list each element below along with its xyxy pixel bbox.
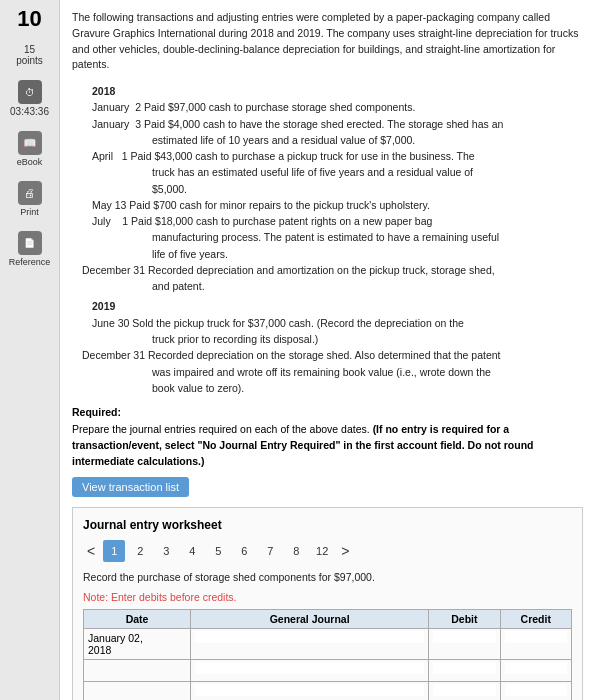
page-num-5[interactable]: 5 bbox=[207, 540, 229, 562]
page-num-6[interactable]: 6 bbox=[233, 540, 255, 562]
transaction-jan3: January 3 Paid $4,000 cash to have the s… bbox=[92, 116, 583, 149]
trans-date: April 1 bbox=[92, 150, 131, 162]
transaction-dec31-2019: December 31 Recorded depreciation on the… bbox=[82, 347, 583, 396]
col-header-debit: Debit bbox=[429, 609, 500, 628]
prev-page-arrow[interactable]: < bbox=[83, 543, 99, 559]
main-content: The following transactions and adjusting… bbox=[60, 0, 595, 700]
trans-text: Recorded depreciation and amortization o… bbox=[148, 264, 495, 276]
trans-date: January 2 bbox=[92, 101, 144, 113]
col-header-date: Date bbox=[84, 609, 191, 628]
page-num-7[interactable]: 7 bbox=[259, 540, 281, 562]
required-section: Required: Prepare the journal entries re… bbox=[72, 406, 583, 469]
entry-description: Record the purchase of storage shed comp… bbox=[83, 570, 572, 585]
credit-input-1[interactable] bbox=[505, 631, 567, 643]
year-2019-label: 2019 bbox=[92, 298, 583, 314]
sidebar: 10 15 points ⏱ 03:43:36 📖 eBook 🖨 Print … bbox=[0, 0, 60, 700]
chapter-number: 10 bbox=[17, 8, 41, 30]
debit-cell-1[interactable] bbox=[429, 628, 500, 659]
print-label: Print bbox=[20, 207, 39, 217]
ebook-icon[interactable]: 📖 bbox=[18, 131, 42, 155]
page-num-8[interactable]: 8 bbox=[285, 540, 307, 562]
journal-cell-3[interactable] bbox=[191, 681, 429, 700]
debit-input-2[interactable] bbox=[433, 662, 495, 674]
trans-text: Paid $97,000 cash to purchase storage sh… bbox=[144, 101, 415, 113]
page-num-1[interactable]: 1 bbox=[103, 540, 125, 562]
trans-date: December 31 bbox=[82, 349, 148, 361]
trans-text: Sold the pickup truck for $37,000 cash. … bbox=[132, 317, 464, 329]
debit-cell-2[interactable] bbox=[429, 659, 500, 681]
col-header-journal: General Journal bbox=[191, 609, 429, 628]
date-cell-2 bbox=[84, 659, 191, 681]
credit-input-2[interactable] bbox=[505, 662, 567, 674]
trans-date: December 31 bbox=[82, 264, 148, 276]
view-transaction-button[interactable]: View transaction list bbox=[72, 477, 189, 497]
required-text: Prepare the journal entries required on … bbox=[72, 422, 583, 469]
journal-cell-2[interactable] bbox=[191, 659, 429, 681]
sidebar-item-ebook[interactable]: 📖 eBook bbox=[17, 131, 43, 167]
reference-icon[interactable]: 📄 bbox=[18, 231, 42, 255]
transaction-jan2: January 2 Paid $97,000 cash to purchase … bbox=[92, 99, 583, 115]
required-label: Required: bbox=[72, 406, 583, 418]
ebook-label: eBook bbox=[17, 157, 43, 167]
page-num-3[interactable]: 3 bbox=[155, 540, 177, 562]
year-2018-label: 2018 bbox=[92, 83, 583, 99]
credit-cell-3[interactable] bbox=[500, 681, 571, 700]
table-row: January 02,2018 bbox=[84, 628, 572, 659]
credit-input-3[interactable] bbox=[505, 684, 567, 696]
trans-text: Paid $18,000 cash to purchase patent rig… bbox=[131, 215, 432, 227]
journal-cell-1[interactable] bbox=[191, 628, 429, 659]
intro-paragraph: The following transactions and adjusting… bbox=[72, 10, 583, 73]
date-cell-3 bbox=[84, 681, 191, 700]
next-page-arrow[interactable]: > bbox=[337, 543, 353, 559]
transaction-apr1: April 1 Paid $43,000 cash to purchase a … bbox=[92, 148, 583, 197]
sidebar-item-print[interactable]: 🖨 Print bbox=[18, 181, 42, 217]
debit-cell-3[interactable] bbox=[429, 681, 500, 700]
transactions-section: 2018 January 2 Paid $97,000 cash to purc… bbox=[72, 83, 583, 396]
table-row bbox=[84, 681, 572, 700]
note-text: Note: Enter debits before credits. bbox=[83, 591, 572, 603]
sidebar-item-reference[interactable]: 📄 Reference bbox=[9, 231, 51, 267]
transaction-dec31-2018: December 31 Recorded depreciation and am… bbox=[82, 262, 583, 295]
col-header-credit: Credit bbox=[500, 609, 571, 628]
journal-table: Date General Journal Debit Credit Januar… bbox=[83, 609, 572, 700]
transaction-jun30: June 30 Sold the pickup truck for $37,00… bbox=[92, 315, 583, 348]
trans-date: June 30 bbox=[92, 317, 132, 329]
trans-date: May 13 bbox=[92, 199, 129, 211]
timer-value: 03:43:36 bbox=[10, 106, 49, 117]
transaction-jul1: July 1 Paid $18,000 cash to purchase pat… bbox=[92, 213, 583, 262]
trans-text: Paid $4,000 cash to have the storage she… bbox=[144, 118, 503, 130]
journal-input-3[interactable] bbox=[195, 684, 424, 696]
debit-input-3[interactable] bbox=[433, 684, 495, 696]
date-cell-1: January 02,2018 bbox=[84, 628, 191, 659]
sidebar-item-points: 15 points bbox=[16, 44, 43, 66]
trans-text: Paid $43,000 cash to purchase a pickup t… bbox=[131, 150, 475, 162]
journal-input-1[interactable] bbox=[195, 631, 424, 643]
credit-cell-2[interactable] bbox=[500, 659, 571, 681]
print-icon[interactable]: 🖨 bbox=[18, 181, 42, 205]
trans-date: January 3 bbox=[92, 118, 144, 130]
timer-icon: ⏱ bbox=[18, 80, 42, 104]
table-row bbox=[84, 659, 572, 681]
transaction-may13: May 13 Paid $700 cash for minor repairs … bbox=[92, 197, 583, 213]
debit-input-1[interactable] bbox=[433, 631, 495, 643]
journal-input-2[interactable] bbox=[195, 662, 424, 674]
page-navigation: < 1 2 3 4 5 6 7 8 12 > bbox=[83, 540, 572, 562]
page-num-4[interactable]: 4 bbox=[181, 540, 203, 562]
reference-label: Reference bbox=[9, 257, 51, 267]
trans-date: July 1 bbox=[92, 215, 131, 227]
worksheet-section: Journal entry worksheet < 1 2 3 4 5 6 7 … bbox=[72, 507, 583, 700]
trans-text: Recorded depreciation on the storage she… bbox=[148, 349, 501, 361]
trans-text: Paid $700 cash for minor repairs to the … bbox=[129, 199, 430, 211]
required-main-text: Prepare the journal entries required on … bbox=[72, 423, 370, 435]
points-label: 15 points bbox=[16, 44, 43, 66]
page-num-2[interactable]: 2 bbox=[129, 540, 151, 562]
credit-cell-1[interactable] bbox=[500, 628, 571, 659]
sidebar-item-timer: ⏱ 03:43:36 bbox=[10, 80, 49, 117]
page-num-12[interactable]: 12 bbox=[311, 540, 333, 562]
worksheet-title: Journal entry worksheet bbox=[83, 518, 572, 532]
